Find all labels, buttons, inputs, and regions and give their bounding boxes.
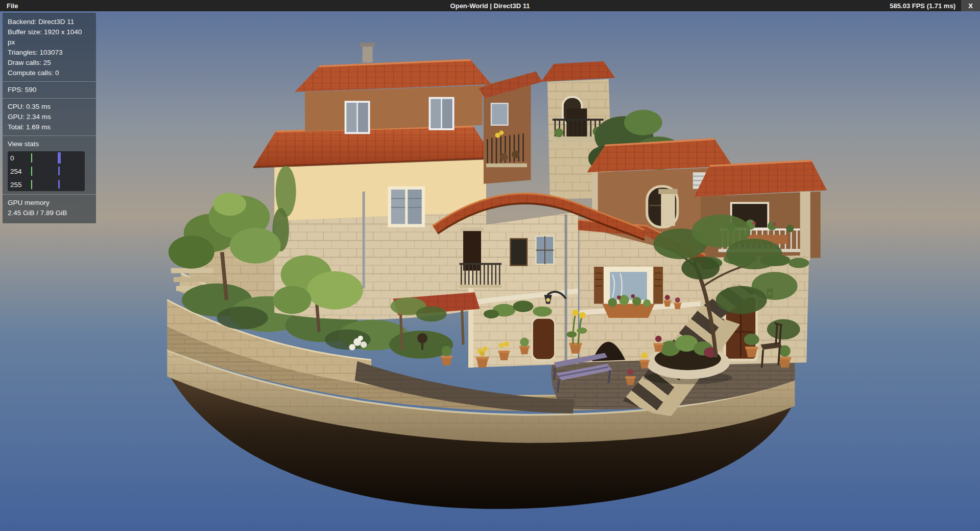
row-label: 0 [10, 154, 14, 162]
blue-bar [58, 152, 61, 164]
stats-overlay-panel: Backend: Direct3D 11 Buffer size: 1920 x… [3, 13, 96, 223]
close-button[interactable]: X [961, 0, 980, 11]
fps-readout: 585.03 FPS (1.71 ms) [890, 2, 955, 10]
stat-cpu: CPU: 0.35 ms [8, 102, 91, 112]
render-viewport[interactable] [0, 0, 980, 531]
scene-3d-viewport[interactable] [0, 0, 980, 531]
gpu-memory-value: 2.45 GiB / 7.89 GiB [8, 208, 91, 218]
stat-triangles: Triangles: 103073 [8, 48, 91, 58]
render-info-section: Backend: Direct3D 11 Buffer size: 1920 x… [8, 17, 91, 78]
view-stats-section: View stats 0 254 255 [8, 139, 91, 191]
view-stats-row: 0 [8, 151, 85, 165]
divider [3, 194, 96, 195]
divider [3, 135, 96, 136]
fps-section: FPS: 590 [8, 85, 91, 95]
stat-fps: FPS: 590 [8, 85, 91, 95]
timing-section: CPU: 0.35 ms GPU: 2.34 ms Total: 1.69 ms [8, 102, 91, 132]
green-marker [31, 167, 32, 176]
menubar: File Open-World | Direct3D 11 585.03 FPS… [0, 0, 980, 11]
window-title: Open-World | Direct3D 11 [0, 2, 980, 10]
view-stats-table: 0 254 255 [8, 151, 85, 191]
divider [3, 98, 96, 99]
blue-bar [58, 167, 60, 175]
row-label: 254 [10, 168, 22, 175]
divider [3, 81, 96, 82]
view-stats-row: 254 [8, 165, 85, 178]
stat-draw-calls: Draw calls: 25 [8, 58, 91, 68]
gpu-memory-section: GPU memory 2.45 GiB / 7.89 GiB [8, 198, 91, 218]
stat-total: Total: 1.69 ms [8, 122, 91, 132]
stat-backend: Backend: Direct3D 11 [8, 17, 91, 27]
blue-bar [58, 180, 60, 189]
view-stats-row: 255 [8, 178, 85, 191]
stat-gpu: GPU: 2.34 ms [8, 112, 91, 122]
gpu-memory-label: GPU memory [8, 198, 91, 208]
green-marker [31, 153, 32, 163]
green-marker [31, 180, 32, 189]
row-label: 255 [10, 181, 22, 189]
stat-compute-calls: Compute calls: 0 [8, 68, 91, 78]
view-stats-label: View stats [8, 139, 91, 149]
menu-file[interactable]: File [0, 2, 25, 10]
stat-buffer-size: Buffer size: 1920 x 1040 px [8, 27, 91, 48]
